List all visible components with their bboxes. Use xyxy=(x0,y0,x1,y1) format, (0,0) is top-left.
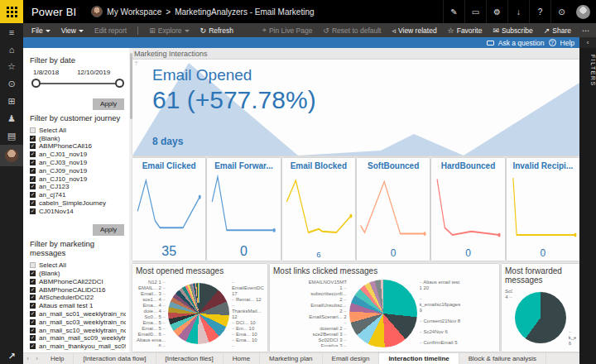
tabs-next-arrow-icon[interactable]: › xyxy=(32,353,41,364)
toolbar-item[interactable]: ☆ Favorite xyxy=(448,26,483,35)
checkbox-icon[interactable] xyxy=(30,127,36,133)
checked-checkbox-icon[interactable] xyxy=(30,303,36,309)
filter-checkbox-item[interactable]: an_mail_sc10_weeklytrain_nov19 xyxy=(30,326,126,334)
pie-chart-card[interactable]: Most opened messages N12 1EMAIL... 2Emai… xyxy=(132,264,267,352)
filter-checkbox-item[interactable]: CJ01Nov14 xyxy=(30,207,126,215)
report-tab[interactable]: Email design xyxy=(323,353,380,364)
sparkline-kpi-card[interactable]: Invalid Recipi... 0 xyxy=(507,158,579,261)
report-tab[interactable]: [Interaction files] xyxy=(156,353,223,364)
checked-checkbox-icon[interactable] xyxy=(30,184,36,189)
filter-checkbox-item[interactable]: an_mail_sc03_weeklytrain_nov19 xyxy=(30,318,126,326)
pie-chart-card[interactable]: Most links clicked messages EMAILNOV15MT… xyxy=(270,264,499,352)
checked-checkbox-icon[interactable] xyxy=(30,287,36,293)
toolbar-item[interactable]: Edit report xyxy=(94,26,127,35)
checked-checkbox-icon[interactable] xyxy=(30,335,36,341)
download-icon[interactable]: ↓ xyxy=(507,0,529,23)
shared-with-me-icon[interactable]: ♟ xyxy=(0,110,23,127)
checked-checkbox-icon[interactable] xyxy=(30,143,36,149)
sparkline-kpi-card[interactable]: Email Blocked 6 xyxy=(282,158,355,261)
help-icon[interactable]: ? xyxy=(529,0,550,23)
report-tab[interactable]: Interaction timeline xyxy=(379,353,459,364)
home-icon[interactable]: ⌂ xyxy=(0,41,23,58)
settings-gear-icon[interactable]: ⚙ xyxy=(486,0,507,23)
user-avatar[interactable] xyxy=(576,5,590,19)
filter-checkbox-item[interactable]: an_main_thankyou_mail_sc09_week... xyxy=(30,342,126,351)
filter-checkbox-item[interactable]: ABMPhoneCAll22DCI xyxy=(30,277,126,285)
select-all-item[interactable]: Select All xyxy=(30,261,126,270)
toolbar-item[interactable]: ✉ Subscribe xyxy=(493,26,532,35)
toolbar-item[interactable]: File xyxy=(31,26,50,35)
sparkline-kpi-card[interactable]: Email Clicked 35 xyxy=(132,158,205,261)
slider-handle-start[interactable] xyxy=(31,79,41,88)
menu-icon[interactable]: ≡ xyxy=(0,23,23,41)
notifications-clock-icon[interactable]: ⊙ xyxy=(550,0,572,23)
sparkline-kpi-card[interactable]: SoftBounced 0 xyxy=(357,158,430,261)
filter-checkbox-item[interactable]: an_CJ10_nov19 xyxy=(30,175,126,183)
pie-chart[interactable] xyxy=(515,292,566,343)
recent-clock-icon[interactable]: ⊙ xyxy=(0,75,23,93)
checked-checkbox-icon[interactable] xyxy=(30,279,36,285)
tabs-prev-arrow-icon[interactable]: ‹ xyxy=(23,353,32,364)
checked-checkbox-icon[interactable] xyxy=(30,160,36,165)
apps-icon[interactable]: ⊞ xyxy=(0,93,23,110)
pie-chart-card[interactable]: Most forwarded messages Sc02DCI 4 k_emai… xyxy=(502,264,579,352)
filter-checkbox-item[interactable]: ABMPhoneCAll16 xyxy=(30,142,126,151)
toolbar-item[interactable]: ↗ Share xyxy=(544,26,571,35)
filters-panel-label[interactable]: FILTERS xyxy=(579,55,596,87)
filter-checkbox-item[interactable]: an_CJ01_nov19 xyxy=(30,151,126,159)
filter-checkbox-item[interactable]: (Blank) xyxy=(30,270,126,278)
checked-checkbox-icon[interactable] xyxy=(30,311,36,317)
date-range-slider[interactable] xyxy=(31,78,124,89)
toolbar-item[interactable] xyxy=(137,26,138,35)
filter-checkbox-item[interactable]: ABMPhoneCALlDCI16 xyxy=(30,285,126,294)
toolbar-item[interactable]: ↺ Reset to default xyxy=(323,26,381,35)
checked-checkbox-icon[interactable] xyxy=(30,208,36,214)
comment-icon[interactable]: ▭ xyxy=(464,0,486,23)
report-tab[interactable]: Block & failure analysis xyxy=(459,353,546,364)
report-tab[interactable]: Home xyxy=(223,353,260,364)
help-button[interactable]: Help xyxy=(560,39,574,47)
filter-checkbox-item[interactable]: an_CJ03_nov19 xyxy=(30,159,126,167)
toolbar-item[interactable]: View xyxy=(61,26,84,35)
toolbar-item[interactable]: ⌖ Pin Live Page xyxy=(262,26,313,35)
slider-handle-end[interactable] xyxy=(115,79,124,88)
toolbar-item[interactable]: ↻ Refresh xyxy=(200,26,233,35)
filter-checkbox-item[interactable]: AfSchedulerDCI22 xyxy=(30,294,126,302)
checked-checkbox-icon[interactable] xyxy=(30,168,36,174)
toolbar-item[interactable]: ⊞ Explore xyxy=(149,26,189,35)
kpi-email-opened-visual[interactable]: ⊤ Email Opened 61 (+577.78%) 8 days xyxy=(132,60,579,156)
filter-checkbox-item[interactable]: an_CJ123 xyxy=(30,183,126,191)
ask-a-question-button[interactable]: Ask a question xyxy=(498,39,545,47)
checked-checkbox-icon[interactable] xyxy=(30,319,36,325)
filter-checkbox-item[interactable]: cabeln_SimpleJourney xyxy=(30,199,126,208)
breadcrumb-workspace[interactable]: My Workspace xyxy=(107,7,161,17)
pie-chart[interactable] xyxy=(349,280,417,347)
date-apply-button[interactable]: Apply xyxy=(93,98,124,110)
checked-checkbox-icon[interactable] xyxy=(30,328,36,333)
sparkline-kpi-card[interactable]: HardBounced 0 xyxy=(431,158,504,261)
filter-checkbox-item[interactable]: an_main_mail_sc09_weeklytrain_no... xyxy=(30,334,126,342)
report-tab[interactable]: [Interaction data flow] xyxy=(74,353,156,364)
report-tab[interactable]: Help xyxy=(41,353,74,364)
report-tab[interactable]: Marketing plan xyxy=(260,353,322,364)
checked-checkbox-icon[interactable] xyxy=(30,136,36,141)
workspaces-icon[interactable]: ▤ xyxy=(0,127,23,145)
checked-checkbox-icon[interactable] xyxy=(30,176,36,182)
checkbox-icon[interactable] xyxy=(30,262,36,268)
favorites-star-icon[interactable]: ☆ xyxy=(0,58,23,75)
filter-checkbox-item[interactable]: an_mail_sc01_weeklytrain_nov19 xyxy=(30,310,126,318)
filter-checkbox-item[interactable]: (Blank) xyxy=(30,134,126,142)
rail-profile-item[interactable] xyxy=(0,145,23,166)
toolbar-item[interactable]: ⋯ xyxy=(582,26,589,35)
checked-checkbox-icon[interactable] xyxy=(30,271,36,276)
checked-checkbox-icon[interactable] xyxy=(30,295,36,300)
pie-chart[interactable] xyxy=(168,283,229,344)
journey-apply-button[interactable]: Apply xyxy=(93,224,124,236)
collapse-chevron-icon[interactable]: ‹ xyxy=(579,37,596,48)
checked-checkbox-icon[interactable] xyxy=(30,192,36,198)
edit-pencil-icon[interactable]: ✎ xyxy=(443,0,464,23)
toolbar-item[interactable]: ◃ View related xyxy=(392,26,436,35)
select-all-item[interactable]: Select All xyxy=(30,127,126,135)
app-launcher-waffle-icon[interactable] xyxy=(0,0,23,23)
checked-checkbox-icon[interactable] xyxy=(30,151,36,157)
